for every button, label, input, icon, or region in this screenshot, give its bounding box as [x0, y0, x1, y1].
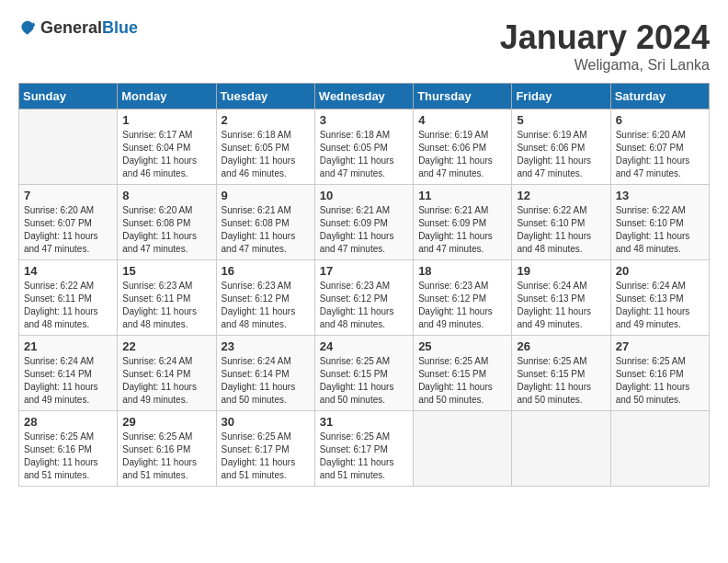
- sunset-text: Sunset: 6:07 PM: [616, 143, 684, 153]
- daylight-text: Daylight: 11 hours and 51 minutes.: [222, 457, 296, 480]
- cell-info: Sunrise: 6:22 AMSunset: 6:10 PMDaylight:…: [616, 204, 704, 256]
- cell-info: Sunrise: 6:25 AMSunset: 6:16 PMDaylight:…: [24, 431, 112, 482]
- calendar-cell: 21Sunrise: 6:24 AMSunset: 6:14 PMDayligh…: [19, 336, 118, 411]
- page-header: GeneralBlue January 2024 Weligama, Sri L…: [18, 18, 710, 74]
- calendar-cell: 26Sunrise: 6:25 AMSunset: 6:15 PMDayligh…: [512, 336, 610, 411]
- sunset-text: Sunset: 6:13 PM: [517, 293, 585, 304]
- sunrise-text: Sunrise: 6:24 AM: [517, 281, 586, 291]
- cell-info: Sunrise: 6:20 AMSunset: 6:08 PMDaylight:…: [122, 204, 210, 256]
- calendar-cell: 5Sunrise: 6:19 AMSunset: 6:06 PMDaylight…: [512, 109, 610, 185]
- cell-info: Sunrise: 6:23 AMSunset: 6:12 PMDaylight:…: [222, 280, 310, 331]
- sunset-text: Sunset: 6:13 PM: [616, 293, 684, 304]
- sunset-text: Sunset: 6:05 PM: [222, 143, 290, 153]
- cell-info: Sunrise: 6:25 AMSunset: 6:15 PMDaylight:…: [517, 355, 605, 407]
- sunrise-text: Sunrise: 6:25 AM: [320, 431, 390, 442]
- daylight-text: Daylight: 11 hours and 50 minutes.: [320, 382, 394, 405]
- sunrise-text: Sunrise: 6:18 AM: [320, 130, 390, 140]
- cell-info: Sunrise: 6:24 AMSunset: 6:13 PMDaylight:…: [616, 280, 704, 331]
- sunrise-text: Sunrise: 6:20 AM: [616, 130, 686, 140]
- calendar-cell: 16Sunrise: 6:23 AMSunset: 6:12 PMDayligh…: [216, 260, 314, 336]
- day-number: 15: [122, 264, 210, 278]
- sunrise-text: Sunrise: 6:23 AM: [122, 281, 192, 291]
- calendar-week-row: 21Sunrise: 6:24 AMSunset: 6:14 PMDayligh…: [19, 336, 710, 411]
- calendar-cell: 23Sunrise: 6:24 AMSunset: 6:14 PMDayligh…: [216, 336, 314, 411]
- sunrise-text: Sunrise: 6:24 AM: [616, 281, 686, 291]
- daylight-text: Daylight: 11 hours and 51 minutes.: [122, 457, 197, 480]
- sunrise-text: Sunrise: 6:18 AM: [222, 130, 291, 140]
- cell-info: Sunrise: 6:24 AMSunset: 6:14 PMDaylight:…: [24, 355, 112, 407]
- cell-info: Sunrise: 6:22 AMSunset: 6:10 PMDaylight:…: [517, 204, 605, 256]
- cell-info: Sunrise: 6:20 AMSunset: 6:07 PMDaylight:…: [24, 204, 112, 256]
- calendar-cell: 3Sunrise: 6:18 AMSunset: 6:05 PMDaylight…: [314, 109, 413, 185]
- sunrise-text: Sunrise: 6:24 AM: [122, 356, 192, 366]
- cell-info: Sunrise: 6:23 AMSunset: 6:12 PMDaylight:…: [418, 280, 506, 331]
- day-number: 28: [24, 415, 112, 429]
- sunrise-text: Sunrise: 6:20 AM: [24, 205, 94, 215]
- calendar-cell: 12Sunrise: 6:22 AMSunset: 6:10 PMDayligh…: [512, 185, 610, 260]
- sunset-text: Sunset: 6:12 PM: [320, 293, 388, 304]
- calendar-cell: 27Sunrise: 6:25 AMSunset: 6:16 PMDayligh…: [610, 336, 709, 411]
- daylight-text: Daylight: 11 hours and 50 minutes.: [222, 382, 296, 405]
- cell-info: Sunrise: 6:24 AMSunset: 6:13 PMDaylight:…: [517, 280, 605, 331]
- sunset-text: Sunset: 6:16 PM: [616, 369, 684, 379]
- sunrise-text: Sunrise: 6:22 AM: [24, 281, 94, 291]
- calendar-cell: [19, 109, 118, 185]
- daylight-text: Daylight: 11 hours and 51 minutes.: [24, 457, 98, 480]
- sunrise-text: Sunrise: 6:21 AM: [222, 205, 291, 215]
- day-number: 29: [122, 415, 210, 429]
- day-number: 13: [616, 189, 704, 202]
- sunrise-text: Sunrise: 6:25 AM: [122, 431, 192, 442]
- sunrise-text: Sunrise: 6:24 AM: [222, 356, 291, 366]
- logo-general: General: [40, 18, 102, 37]
- daylight-text: Daylight: 11 hours and 47 minutes.: [222, 231, 296, 254]
- col-tuesday: Tuesday: [216, 84, 314, 109]
- day-number: 1: [122, 113, 210, 127]
- cell-info: Sunrise: 6:23 AMSunset: 6:11 PMDaylight:…: [122, 280, 210, 331]
- sunset-text: Sunset: 6:06 PM: [517, 143, 585, 153]
- calendar-cell: [512, 411, 610, 487]
- sunrise-text: Sunrise: 6:17 AM: [122, 130, 192, 140]
- daylight-text: Daylight: 11 hours and 48 minutes.: [517, 231, 591, 254]
- cell-info: Sunrise: 6:19 AMSunset: 6:06 PMDaylight:…: [517, 129, 605, 180]
- sunset-text: Sunset: 6:09 PM: [418, 218, 486, 228]
- title-block: January 2024 Weligama, Sri Lanka: [500, 18, 710, 74]
- calendar-cell: 13Sunrise: 6:22 AMSunset: 6:10 PMDayligh…: [610, 185, 709, 260]
- calendar-week-row: 14Sunrise: 6:22 AMSunset: 6:11 PMDayligh…: [19, 260, 710, 336]
- sunset-text: Sunset: 6:16 PM: [122, 444, 190, 454]
- calendar-cell: 29Sunrise: 6:25 AMSunset: 6:16 PMDayligh…: [118, 411, 216, 487]
- calendar-cell: 4Sunrise: 6:19 AMSunset: 6:06 PMDaylight…: [414, 109, 512, 185]
- day-number: 7: [24, 189, 112, 202]
- col-thursday: Thursday: [414, 84, 512, 109]
- calendar-cell: 2Sunrise: 6:18 AMSunset: 6:05 PMDaylight…: [216, 109, 314, 185]
- day-number: 4: [418, 113, 506, 127]
- calendar-cell: 30Sunrise: 6:25 AMSunset: 6:17 PMDayligh…: [216, 411, 314, 487]
- sunset-text: Sunset: 6:10 PM: [517, 218, 585, 228]
- cell-info: Sunrise: 6:17 AMSunset: 6:04 PMDaylight:…: [122, 129, 210, 180]
- calendar-cell: 18Sunrise: 6:23 AMSunset: 6:12 PMDayligh…: [414, 260, 512, 336]
- daylight-text: Daylight: 11 hours and 48 minutes.: [24, 306, 98, 329]
- cell-info: Sunrise: 6:18 AMSunset: 6:05 PMDaylight:…: [222, 129, 310, 180]
- calendar-cell: 25Sunrise: 6:25 AMSunset: 6:15 PMDayligh…: [414, 336, 512, 411]
- day-number: 10: [320, 189, 408, 202]
- cell-info: Sunrise: 6:21 AMSunset: 6:08 PMDaylight:…: [222, 204, 310, 256]
- sunset-text: Sunset: 6:10 PM: [616, 218, 684, 228]
- day-number: 9: [222, 189, 310, 202]
- logo: GeneralBlue: [18, 18, 138, 38]
- calendar-cell: [414, 411, 512, 487]
- sunset-text: Sunset: 6:12 PM: [222, 293, 290, 304]
- calendar-cell: [610, 411, 709, 487]
- daylight-text: Daylight: 11 hours and 49 minutes.: [24, 382, 98, 405]
- calendar-cell: 24Sunrise: 6:25 AMSunset: 6:15 PMDayligh…: [314, 336, 413, 411]
- sunset-text: Sunset: 6:14 PM: [222, 369, 290, 379]
- sunrise-text: Sunrise: 6:19 AM: [418, 130, 488, 140]
- daylight-text: Daylight: 11 hours and 48 minutes.: [616, 231, 690, 254]
- cell-info: Sunrise: 6:21 AMSunset: 6:09 PMDaylight:…: [320, 204, 408, 256]
- col-monday: Monday: [118, 84, 216, 109]
- calendar-cell: 8Sunrise: 6:20 AMSunset: 6:08 PMDaylight…: [118, 185, 216, 260]
- cell-info: Sunrise: 6:25 AMSunset: 6:16 PMDaylight:…: [122, 431, 210, 482]
- day-number: 23: [222, 339, 310, 353]
- daylight-text: Daylight: 11 hours and 50 minutes.: [517, 382, 591, 405]
- calendar-week-row: 1Sunrise: 6:17 AMSunset: 6:04 PMDaylight…: [19, 109, 710, 185]
- sunset-text: Sunset: 6:11 PM: [24, 293, 92, 304]
- daylight-text: Daylight: 11 hours and 49 minutes.: [122, 382, 197, 405]
